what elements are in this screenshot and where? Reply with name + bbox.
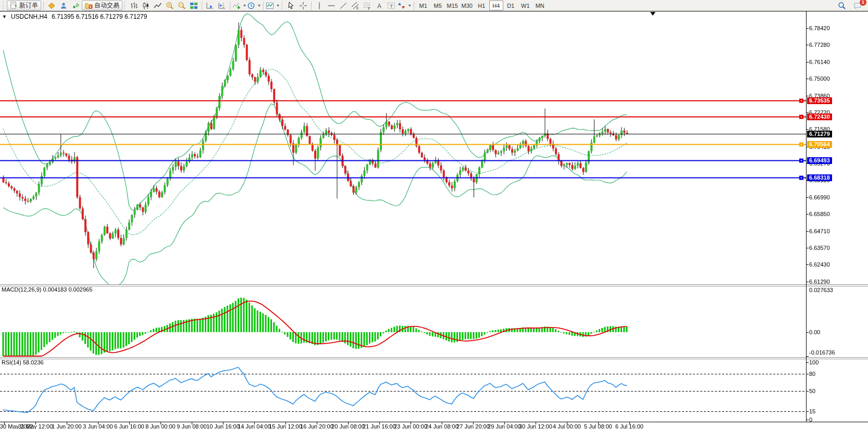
fibonacci-button[interactable]: F	[362, 1, 373, 10]
toolbar-separator	[311, 2, 312, 10]
indicators-button[interactable]: ▼	[232, 1, 246, 10]
periods-button[interactable]: ▼	[247, 1, 261, 10]
community-icon	[59, 2, 68, 10]
text-label-button[interactable]: T	[386, 1, 397, 10]
signals-button[interactable]	[70, 1, 81, 10]
price-line-label[interactable]: 6.70564	[807, 141, 832, 148]
new-order-label: 新订单	[19, 1, 38, 10]
svg-text:E: E	[356, 6, 359, 9]
timeframe-m30-button[interactable]: M30	[460, 1, 474, 10]
price-axis-tick-label: 6.61290	[809, 279, 830, 285]
toolbar-separator	[414, 2, 414, 10]
search-button[interactable]	[836, 1, 848, 10]
rsi-indicator-label: RSI(14) 58.0236	[2, 359, 44, 365]
current-price-label[interactable]: 6.71279	[807, 131, 832, 137]
timeframe-m15-button[interactable]: M15	[445, 1, 460, 10]
timeframe-m5-button[interactable]: M5	[431, 1, 445, 10]
trendline-icon	[339, 2, 348, 10]
crosshair-icon	[299, 2, 307, 10]
zoom-in-icon	[166, 2, 174, 10]
dropdown-arrow-icon: ▼	[243, 4, 246, 7]
svg-text:A: A	[377, 2, 381, 9]
arrows-button[interactable]: ▼	[398, 1, 412, 10]
vertical-line-button[interactable]	[314, 1, 325, 10]
line-chart-button[interactable]	[152, 1, 164, 10]
metaeditor-icon	[47, 2, 56, 10]
equidistant-channel-icon: E	[351, 2, 359, 10]
price-line-label[interactable]: 6.68318	[807, 174, 832, 181]
price-axis-tick-label: 6.65850	[809, 211, 830, 217]
toolbar-grip[interactable]	[124, 2, 127, 9]
community-button[interactable]	[58, 1, 69, 10]
dropdown-arrow-icon: ▼	[276, 4, 280, 7]
horizontal-line-icon	[327, 2, 336, 10]
bar-chart-button[interactable]	[128, 1, 140, 10]
autotrade-icon	[85, 2, 93, 9]
candlestick-chart-icon	[142, 2, 150, 10]
tile-windows-button[interactable]	[188, 1, 200, 10]
rsi-axis-tick-label: 100	[809, 359, 819, 365]
crosshair-button[interactable]	[297, 1, 309, 10]
price-axis-tick-label: 6.78420	[809, 25, 830, 31]
price-axis-tick-label: 6.64710	[809, 228, 830, 234]
rsi-axis-tick-label: 0	[809, 417, 812, 423]
line-chart-icon	[154, 2, 162, 10]
indicators-icon	[232, 2, 241, 10]
autotrade-button[interactable]: 自动交易	[82, 1, 122, 10]
price-line-label[interactable]: 6.73535	[807, 97, 832, 104]
toolbar-grip[interactable]	[3, 2, 5, 9]
zoom-out-button[interactable]	[176, 1, 188, 10]
chart-canvas[interactable]	[0, 0, 868, 429]
timeframe-mn-button[interactable]: MN	[533, 1, 547, 10]
auto-scroll-icon	[206, 2, 214, 10]
notifications-button[interactable]: 1	[852, 1, 863, 10]
price-axis-tick-label: 6.63570	[809, 245, 830, 251]
signals-icon	[71, 2, 80, 10]
chart-title: ▼ USDCNH,H4 6.71395 6.71516 6.71279 6.71…	[2, 13, 147, 20]
candlestick-chart-button[interactable]	[140, 1, 152, 10]
price-line-label[interactable]: 6.69493	[807, 157, 832, 164]
timeframe-h1-button[interactable]: H1	[475, 1, 489, 10]
macd-axis-tick-label: 0.00	[809, 329, 820, 335]
timeframe-w1-button[interactable]: W1	[518, 1, 532, 10]
mt4-window: 新订单 自动交易	[0, 0, 868, 429]
time-axis-tick-label[interactable]: 6 Jul 16:00	[607, 423, 651, 429]
equidistant-channel-button[interactable]: E	[350, 1, 361, 10]
cursor-icon	[287, 2, 295, 10]
price-axis-tick-label: 6.62430	[809, 261, 830, 268]
price-line-label[interactable]: 6.72430	[807, 113, 832, 120]
arrows-icon	[398, 2, 406, 10]
chart-collapse-icon[interactable]: ▼	[2, 14, 7, 19]
current-bar-marker	[650, 12, 655, 16]
price-axis-tick-label: 6.76140	[809, 59, 830, 65]
vertical-line-icon	[315, 2, 324, 10]
macd-indicator-label: MACD(12,26,9) 0.004183 0.002965	[2, 286, 92, 293]
auto-scroll-button[interactable]	[204, 1, 216, 10]
new-order-icon	[10, 2, 18, 9]
macd-axis-tick-label: 0.027633	[809, 287, 833, 293]
chart-shift-icon	[218, 2, 226, 10]
periods-clock-icon	[247, 2, 255, 10]
dropdown-arrow-icon: ▼	[257, 4, 261, 7]
toolbar-grip[interactable]	[281, 2, 284, 9]
search-icon	[838, 2, 846, 10]
timeframe-m1-button[interactable]: M1	[416, 1, 430, 10]
toolbar: 新订单 自动交易	[0, 0, 868, 11]
zoom-out-icon	[178, 2, 186, 10]
fibonacci-icon: F	[363, 2, 371, 10]
zoom-in-button[interactable]	[164, 1, 176, 10]
templates-button[interactable]: ▼	[266, 1, 280, 10]
timeframe-h4-button[interactable]: H4	[489, 1, 503, 10]
text-button[interactable]: A	[374, 1, 385, 10]
timeframe-d1-button[interactable]: D1	[504, 1, 518, 10]
trendline-button[interactable]	[338, 1, 349, 10]
metaeditor-button[interactable]	[46, 1, 57, 10]
cursor-button[interactable]	[286, 1, 297, 10]
new-order-button[interactable]: 新订单	[7, 1, 41, 10]
chart-shift-button[interactable]	[216, 1, 228, 10]
price-axis-tick-label: 6.66990	[809, 194, 830, 200]
dropdown-arrow-icon: ▼	[408, 4, 412, 7]
autotrade-label: 自动交易	[94, 1, 119, 10]
text-label-icon: T	[387, 2, 395, 10]
horizontal-line-button[interactable]	[326, 1, 337, 10]
